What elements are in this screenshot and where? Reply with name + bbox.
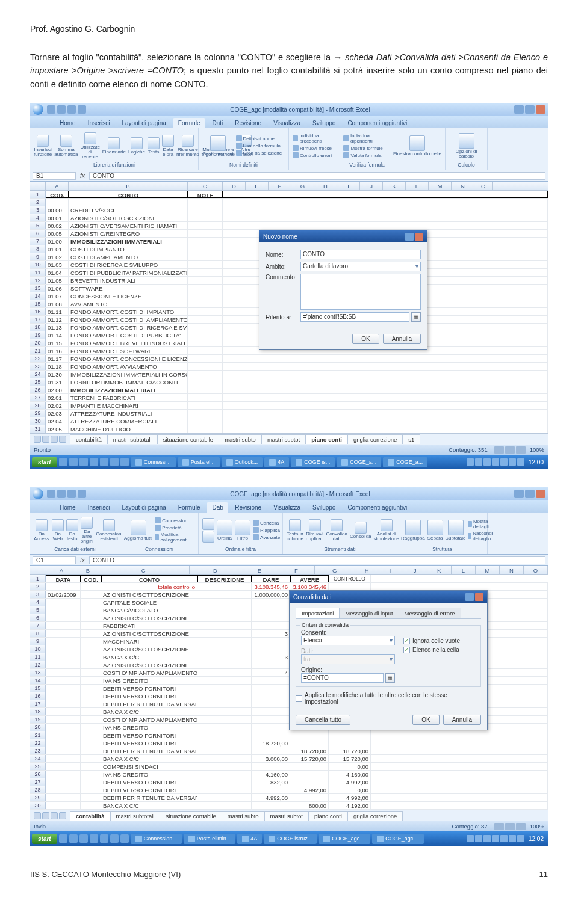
col-header[interactable]: F bbox=[278, 566, 315, 574]
col-header[interactable]: A bbox=[45, 566, 78, 574]
quick-access-toolbar[interactable] bbox=[47, 490, 86, 498]
table-row[interactable]: 2401.30IMMOBILIZZAZIONI IMMATERIALI IN C… bbox=[30, 371, 548, 378]
table-row[interactable]: 29DEBITI PER RITENUTE DA VERSARE4.992,00… bbox=[30, 794, 548, 802]
ql-icon[interactable] bbox=[59, 458, 67, 466]
ribbon-icon[interactable] bbox=[331, 519, 343, 531]
clear-all-button[interactable]: Cancella tutto bbox=[296, 715, 350, 725]
view-layout-icon[interactable] bbox=[505, 823, 515, 830]
column-headers[interactable]: ABCDEFGHIJKLMNO bbox=[30, 566, 548, 575]
ribbon-icon[interactable] bbox=[52, 519, 64, 531]
table-row[interactable]: 25COMPENSI SINDACI0,00 bbox=[30, 763, 548, 771]
taskbar-item[interactable]: COGE is... bbox=[291, 457, 335, 467]
taskbar-item[interactable]: COGE_agc ... bbox=[319, 834, 370, 844]
sheet-nav[interactable] bbox=[34, 812, 66, 819]
col-header[interactable]: B bbox=[78, 566, 98, 574]
view-normal-icon[interactable] bbox=[494, 823, 504, 830]
checkbox-elenco[interactable]: ✓Elenco nella cella bbox=[403, 647, 476, 653]
ribbon-tab[interactable]: Inserisci bbox=[82, 118, 116, 128]
table-row[interactable]: 2802.02IMPIANTI E MACCHINARI bbox=[30, 402, 548, 410]
ribbon-icon[interactable] bbox=[355, 522, 367, 534]
ribbon-tab[interactable]: Home bbox=[54, 502, 81, 513]
cancel-button[interactable]: Annulla bbox=[443, 715, 481, 725]
col-header[interactable]: E bbox=[246, 182, 269, 190]
ribbon-command[interactable]: Cancella bbox=[253, 519, 280, 526]
ribbon-icon[interactable] bbox=[148, 137, 160, 149]
ribbon-tabs[interactable]: HomeInserisciLayout di paginaFormuleDati… bbox=[30, 116, 548, 128]
tray[interactable] bbox=[467, 458, 524, 466]
ql-icon[interactable] bbox=[90, 458, 98, 466]
col-header[interactable]: C bbox=[474, 182, 493, 190]
sheet-nav[interactable] bbox=[34, 436, 66, 443]
ribbon-tab[interactable]: Layout di pagina bbox=[116, 118, 171, 128]
taskbar-item[interactable]: Connession... bbox=[131, 834, 182, 844]
col-header[interactable]: N bbox=[500, 566, 524, 574]
sheet-tab[interactable]: situazione contabile bbox=[157, 434, 219, 444]
ribbon-tab[interactable]: Layout di pagina bbox=[116, 502, 171, 513]
view-normal-icon[interactable] bbox=[494, 446, 504, 454]
sheet-tabs[interactable]: contabilitàmastri subtotalisituazione co… bbox=[30, 810, 548, 821]
taskbar-item[interactable]: COGE_a... bbox=[383, 457, 427, 467]
table-row[interactable]: 2702.01TERRENI E FABBRICATI bbox=[30, 394, 548, 402]
ribbon-command[interactable]: Mostra formule bbox=[343, 144, 390, 152]
sheet-tab[interactable]: contabilità bbox=[70, 434, 108, 444]
ql-icon[interactable] bbox=[120, 834, 129, 843]
sheet-tab[interactable]: mastri subtotali bbox=[107, 434, 158, 444]
select-consenti[interactable]: Elenco▾ bbox=[301, 636, 395, 645]
ribbon-tab[interactable]: Formule bbox=[173, 118, 206, 128]
col-header[interactable]: N bbox=[452, 182, 474, 190]
office-button[interactable] bbox=[33, 488, 43, 499]
sheet-tabs[interactable]: contabilitàmastri subtotalisituazione co… bbox=[30, 433, 548, 445]
col-header[interactable]: G bbox=[291, 182, 314, 190]
checkbox-ignora[interactable]: ✓Ignora celle vuote bbox=[403, 638, 476, 644]
ql-icon[interactable] bbox=[59, 834, 67, 843]
sheet-tab[interactable]: mastri subtot bbox=[261, 434, 306, 444]
col-header[interactable]: C bbox=[98, 566, 190, 574]
opzioni-calcolo-icon[interactable] bbox=[459, 133, 474, 149]
sheet-tab[interactable]: contabilità bbox=[70, 811, 111, 821]
taskbar-item[interactable]: Connessi... bbox=[131, 457, 176, 467]
col-header[interactable]: M bbox=[476, 566, 500, 574]
ribbon-command[interactable]: Proprietà bbox=[155, 524, 194, 531]
formula-value[interactable]: CONTO bbox=[89, 172, 545, 180]
range-picker-icon[interactable]: ▦ bbox=[385, 673, 395, 683]
ribbon-command[interactable]: Nascondi dettaglio bbox=[468, 530, 495, 542]
ribbon-tab[interactable]: Componenti aggiuntivi bbox=[342, 118, 412, 128]
ribbon-command[interactable]: Riapplica bbox=[253, 526, 280, 534]
col-header[interactable]: I bbox=[337, 182, 360, 190]
ribbon-tab[interactable]: Dati bbox=[207, 118, 228, 128]
table-row[interactable]: 2 bbox=[30, 199, 548, 206]
ribbon-tab[interactable]: Inserisci bbox=[82, 502, 116, 513]
ribbon-tab[interactable]: Visualizza bbox=[268, 118, 306, 128]
gestione-nomi-icon[interactable] bbox=[210, 135, 226, 151]
col-header[interactable]: H bbox=[355, 566, 379, 574]
table-row[interactable]: 23DEBITI PER RITENUTE DA VERSARE18.720,0… bbox=[30, 747, 548, 755]
name-box[interactable]: C1 bbox=[33, 556, 76, 564]
input-origine[interactable]: =CONTO bbox=[301, 673, 384, 683]
tab-msg-errore[interactable]: Messaggio di errore bbox=[399, 608, 461, 618]
table-row[interactable]: 22DEBITI VERSO FORNITORI18.720,00 bbox=[30, 739, 548, 747]
col-header[interactable]: I bbox=[379, 566, 403, 574]
sheet-tab[interactable]: mastri subtot bbox=[264, 811, 309, 821]
sheet-tab[interactable]: piano conti bbox=[308, 811, 348, 821]
ribbon-tab[interactable]: Visualizza bbox=[268, 502, 306, 513]
ordina-icon[interactable] bbox=[217, 520, 232, 535]
tab-msg-input[interactable]: Messaggio di input bbox=[339, 608, 399, 618]
table-row[interactable]: 2501.31FORNITORI IMMOB. IMMAT. C/ACCONTI bbox=[30, 378, 548, 386]
ok-button[interactable]: OK bbox=[412, 715, 439, 725]
ok-button[interactable]: OK bbox=[352, 334, 379, 344]
zoom-level[interactable]: 100% bbox=[530, 823, 544, 830]
col-header[interactable]: E bbox=[241, 566, 278, 574]
ribbon-icon[interactable] bbox=[37, 135, 49, 147]
ribbon-icon[interactable] bbox=[309, 519, 321, 531]
aggiorna-tutti-icon[interactable] bbox=[131, 520, 146, 535]
ribbon-icon[interactable] bbox=[182, 135, 194, 147]
col-header[interactable]: L bbox=[452, 566, 476, 574]
finestra-controllo-icon[interactable] bbox=[409, 135, 425, 151]
col-header[interactable]: J bbox=[403, 566, 427, 574]
table-row[interactable]: 500.02AZIONISTI C/VERSAMENTI RICHIAMATI bbox=[30, 222, 548, 230]
col-header[interactable]: F bbox=[269, 182, 291, 190]
ribbon-icon[interactable] bbox=[60, 135, 72, 147]
quick-access-toolbar[interactable] bbox=[47, 105, 86, 114]
sort-desc-icon[interactable] bbox=[202, 531, 214, 543]
table-row[interactable]: 24BANCA X C/C3.000,0015.720,0015.720,00 bbox=[30, 755, 548, 763]
